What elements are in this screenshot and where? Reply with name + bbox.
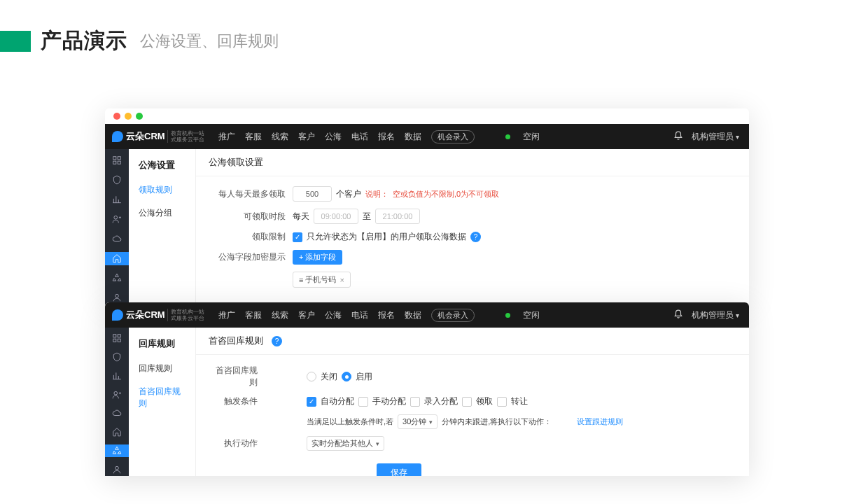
vertical-icon-bar xyxy=(105,328,129,476)
nav-tuiguang[interactable]: 推广 xyxy=(218,309,235,321)
brand[interactable]: 云朵CRM 教育机构一站式服务云平台 xyxy=(105,130,211,143)
mac-zoom-icon[interactable] xyxy=(136,113,143,120)
accent-block xyxy=(0,31,31,52)
opt-claim: 领取 xyxy=(476,396,493,407)
status-text[interactable]: 空闲 xyxy=(523,131,540,143)
nav-baoming[interactable]: 报名 xyxy=(378,309,395,321)
label-first-consult-rule: 首咨回库规则 xyxy=(209,365,265,388)
secondary-sidebar: 公海设置 领取规则 公海分组 xyxy=(129,149,196,304)
checkbox-auto-assign[interactable] xyxy=(307,397,316,407)
help-icon[interactable]: ? xyxy=(470,232,481,242)
vbar-chart-icon[interactable] xyxy=(105,370,129,382)
opt-input-assign: 录入分配 xyxy=(424,396,458,407)
input-max-claim[interactable] xyxy=(293,186,332,202)
btn-add-field[interactable]: 添加字段 xyxy=(293,250,342,265)
nav-tuiguang[interactable]: 推广 xyxy=(218,131,235,143)
vbar-chart-icon[interactable] xyxy=(105,192,129,206)
opt-manual-assign: 手动分配 xyxy=(372,396,406,407)
window-gonghai-settings: 云朵CRM 教育机构一站式服务云平台 推广 客服 线索 客户 公海 电话 报名 … xyxy=(105,108,749,304)
checkbox-claim[interactable] xyxy=(462,397,472,407)
checkbox-transfer[interactable] xyxy=(497,397,507,407)
nav-xiansuo[interactable]: 线索 xyxy=(272,309,288,321)
vbar-cloud-icon[interactable] xyxy=(105,232,129,246)
vbar-dashboard-icon[interactable] xyxy=(105,332,129,344)
label-action: 执行动作 xyxy=(209,438,265,449)
sidebar-item-claim-rules[interactable]: 领取规则 xyxy=(129,178,195,202)
vbar-home-icon[interactable] xyxy=(105,252,129,265)
opt-auto-assign: 自动分配 xyxy=(321,396,354,407)
label-max-claim: 每人每天最多领取 xyxy=(209,188,293,200)
nav-gonghai[interactable]: 公海 xyxy=(325,131,342,143)
nav-baoming[interactable]: 报名 xyxy=(378,131,395,143)
mac-minimize-icon[interactable] xyxy=(125,113,132,120)
radio-off[interactable] xyxy=(307,372,316,382)
content-header: 公海领取设置 xyxy=(196,149,749,176)
text-only-enabled-users: 只允许状态为【启用】的用户领取公海数据 xyxy=(307,231,466,243)
sidebar-item-return-rules[interactable]: 回库规则 xyxy=(129,357,195,380)
svg-rect-0 xyxy=(113,156,116,159)
vbar-home-icon[interactable] xyxy=(105,426,129,438)
vbar-recycle-icon[interactable] xyxy=(105,444,129,457)
nav-shuju[interactable]: 数据 xyxy=(405,131,421,143)
vbar-user-icon[interactable] xyxy=(105,212,129,225)
vbar-cloud-icon[interactable] xyxy=(105,407,129,420)
sidebar-item-first-consult-return[interactable]: 首咨回库规则 xyxy=(129,380,195,415)
vbar-person-icon[interactable] xyxy=(105,463,129,476)
nav-kehu[interactable]: 客户 xyxy=(298,131,315,143)
content-area: 首咨回库规则 ? 首咨回库规则 关闭 启用 触发条件 xyxy=(196,328,749,476)
status-text[interactable]: 空闲 xyxy=(523,309,540,321)
input-time-to[interactable] xyxy=(375,209,420,224)
unit-max-claim: 个客户 xyxy=(336,188,361,200)
vbar-user-icon[interactable] xyxy=(105,388,129,401)
tag-phone-field: ≡ 手机号码 × xyxy=(293,272,351,288)
svg-rect-6 xyxy=(113,335,116,337)
nav-gonghai[interactable]: 公海 xyxy=(325,309,342,321)
brand[interactable]: 云朵CRM 教育机构一站式服务云平台 xyxy=(105,309,211,321)
checkbox-manual-assign[interactable] xyxy=(358,397,368,407)
vbar-recycle-icon[interactable] xyxy=(105,272,129,285)
brand-name: 云朵CRM xyxy=(126,130,165,143)
brand-name: 云朵CRM xyxy=(126,309,165,321)
nav-kefu[interactable]: 客服 xyxy=(245,309,262,321)
radio-on[interactable] xyxy=(342,372,351,382)
btn-save[interactable]: 保存 xyxy=(377,463,421,476)
drag-handle-icon[interactable]: ≡ xyxy=(299,276,302,284)
nav-shuju[interactable]: 数据 xyxy=(405,309,421,321)
brand-logo-icon xyxy=(112,131,123,142)
label-trigger-condition: 触发条件 xyxy=(209,396,265,407)
nav-kehu[interactable]: 客户 xyxy=(298,309,315,321)
help-icon[interactable]: ? xyxy=(272,336,282,346)
vbar-shield-icon[interactable] xyxy=(105,351,129,363)
content-header: 首咨回库规则 ? xyxy=(196,328,749,355)
select-duration[interactable]: 30分钟 xyxy=(398,414,438,429)
to-label: 至 xyxy=(363,211,371,223)
mac-close-icon[interactable] xyxy=(113,113,120,120)
user-menu[interactable]: 机构管理员 xyxy=(692,309,739,321)
notifications-icon[interactable] xyxy=(673,131,683,143)
slide-subtitle: 公海设置、回库规则 xyxy=(140,31,279,52)
user-menu[interactable]: 机构管理员 xyxy=(692,131,739,143)
checkbox-only-enabled-users[interactable] xyxy=(293,232,302,242)
brand-logo-icon xyxy=(112,309,123,321)
nav-right: 机构管理员 xyxy=(673,309,749,321)
tag-remove-icon[interactable]: × xyxy=(340,276,344,284)
svg-rect-1 xyxy=(118,156,120,159)
notifications-icon[interactable] xyxy=(673,309,683,321)
top-nav: 云朵CRM 教育机构一站式服务云平台 推广 客服 线索 客户 公海 电话 报名 … xyxy=(105,302,749,328)
sidebar-item-pool-groups[interactable]: 公海分组 xyxy=(129,202,195,225)
nav-dianhua[interactable]: 电话 xyxy=(351,131,368,143)
link-set-followup-rule[interactable]: 设置跟进规则 xyxy=(577,416,623,427)
top-nav: 云朵CRM 教育机构一站式服务云平台 推广 客服 线索 客户 公海 电话 报名 … xyxy=(105,124,749,149)
btn-opportunity-entry[interactable]: 机会录入 xyxy=(431,130,475,144)
vbar-dashboard-icon[interactable] xyxy=(105,153,129,167)
nav-xiansuo[interactable]: 线索 xyxy=(272,131,288,143)
btn-opportunity-entry[interactable]: 机会录入 xyxy=(431,309,475,322)
mac-titlebar xyxy=(105,108,749,124)
select-action[interactable]: 实时分配给其他人 xyxy=(307,436,384,451)
nav-kefu[interactable]: 客服 xyxy=(245,131,262,143)
nav-dianhua[interactable]: 电话 xyxy=(351,309,368,321)
nav-right: 机构管理员 xyxy=(673,131,749,143)
input-time-from[interactable] xyxy=(314,209,358,224)
checkbox-input-assign[interactable] xyxy=(410,397,420,407)
vbar-shield-icon[interactable] xyxy=(105,173,129,186)
